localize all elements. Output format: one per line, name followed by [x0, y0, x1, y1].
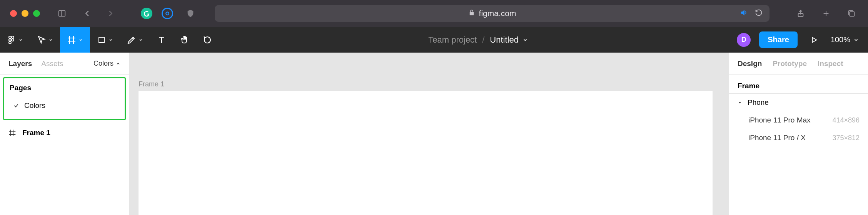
figma-toolbar: Team project / Untitled D Share 100% [0, 27, 868, 53]
share-label: Share [768, 35, 789, 44]
address-bar[interactable]: figma.com [215, 5, 770, 22]
right-panel-tabs: Design Prototype Inspect [729, 53, 868, 75]
chevron-up-icon [116, 61, 120, 66]
preset-dims: 375×812 [832, 134, 860, 142]
svg-marker-19 [812, 37, 816, 42]
frame-preset-iphone-11-pro-max[interactable]: iPhone 11 Pro Max 414×896 [729, 111, 868, 129]
right-panel: Design Prototype Inspect Frame Phone iPh… [729, 53, 868, 215]
svg-point-7 [9, 36, 11, 38]
window-controls [10, 10, 40, 17]
canvas[interactable]: Frame 1 [129, 53, 729, 215]
layer-item-label: Frame 1 [22, 129, 50, 137]
zoom-value: 100% [831, 35, 850, 44]
breadcrumb: Team project / Untitled [219, 35, 737, 45]
sidebar-toggle-icon[interactable] [54, 5, 70, 22]
breadcrumb-separator: / [482, 35, 484, 45]
chevron-down-icon [853, 37, 859, 43]
frame-preset-iphone-11-pro-x[interactable]: iPhone 11 Pro / X 375×812 [729, 129, 868, 147]
preset-name: iPhone 11 Pro / X [748, 134, 806, 142]
browser-chrome: figma.com [0, 0, 868, 27]
pen-tool[interactable] [120, 27, 150, 53]
pages-header: Pages [10, 84, 119, 92]
chevron-down-icon [522, 37, 528, 43]
svg-point-8 [12, 36, 14, 38]
lock-icon [468, 9, 475, 18]
move-tool[interactable] [30, 27, 60, 53]
grammarly-extension-icon[interactable] [141, 8, 152, 19]
address-bar-domain: figma.com [479, 9, 516, 18]
frame-label[interactable]: Frame 1 [139, 80, 164, 88]
maximize-window-button[interactable] [33, 10, 40, 17]
nav-arrows [79, 5, 119, 22]
tabs-overview-icon[interactable] [843, 5, 860, 22]
share-button[interactable]: Share [759, 31, 798, 48]
toolbar-right: D Share 100% [737, 31, 868, 48]
frame-category-phone[interactable]: Phone [729, 94, 868, 111]
comment-tool[interactable] [196, 27, 219, 53]
pages-section: Pages Colors [3, 77, 126, 120]
frame-section-header: Frame [729, 75, 868, 94]
layers-list: Frame 1 [0, 120, 129, 137]
breadcrumb-team[interactable]: Team project [428, 35, 477, 45]
svg-rect-0 [59, 11, 65, 17]
new-tab-icon[interactable] [818, 5, 834, 22]
preset-dims: 414×896 [832, 116, 860, 124]
check-icon [13, 103, 19, 108]
svg-marker-26 [739, 102, 741, 104]
onepassword-extension-icon[interactable] [162, 8, 173, 19]
frame-rect[interactable] [139, 91, 713, 215]
browser-right-controls [793, 5, 860, 22]
forward-button[interactable] [102, 5, 119, 22]
tab-layers[interactable]: Layers [8, 60, 32, 68]
sound-icon[interactable] [739, 8, 748, 18]
tab-design[interactable]: Design [738, 60, 762, 68]
breadcrumb-doc[interactable]: Untitled [490, 35, 528, 45]
preset-name: iPhone 11 Pro Max [748, 116, 811, 124]
page-item-colors[interactable]: Colors [10, 101, 119, 110]
frame-1[interactable]: Frame 1 [139, 91, 713, 215]
shape-tool[interactable] [90, 27, 120, 53]
layer-item-frame-1[interactable]: Frame 1 [8, 129, 120, 137]
svg-point-2 [166, 12, 169, 15]
left-panel: Layers Assets Colors Pages Colors [0, 53, 129, 215]
page-item-label: Colors [24, 101, 45, 110]
doc-name: Untitled [490, 35, 519, 45]
svg-point-10 [12, 39, 14, 41]
frame-category-label: Phone [748, 98, 769, 107]
main: Layers Assets Colors Pages Colors [0, 53, 868, 215]
page-picker[interactable]: Colors [93, 60, 120, 68]
svg-point-9 [9, 39, 11, 41]
svg-point-11 [9, 41, 11, 44]
present-button[interactable] [806, 32, 822, 48]
page-picker-label: Colors [93, 60, 114, 68]
tab-inspect[interactable]: Inspect [818, 60, 843, 68]
left-panel-tabs: Layers Assets Colors [0, 53, 129, 75]
reload-icon[interactable] [755, 9, 763, 18]
privacy-shield-icon[interactable] [182, 5, 199, 22]
minimize-window-button[interactable] [22, 10, 28, 17]
back-button[interactable] [79, 5, 95, 22]
tab-assets[interactable]: Assets [41, 60, 63, 68]
avatar[interactable]: D [737, 33, 751, 47]
tab-prototype[interactable]: Prototype [773, 60, 807, 68]
figma-menu-button[interactable] [0, 27, 30, 53]
svg-rect-6 [850, 12, 854, 16]
extensions [141, 5, 199, 22]
svg-rect-16 [99, 37, 104, 43]
frame-icon [8, 129, 16, 137]
close-window-button[interactable] [10, 10, 17, 17]
zoom-control[interactable]: 100% [831, 35, 859, 44]
text-tool[interactable] [150, 27, 173, 53]
hand-tool[interactable] [173, 27, 196, 53]
caret-down-icon [738, 98, 744, 107]
avatar-initial: D [741, 36, 746, 44]
frame-tool[interactable] [60, 27, 90, 53]
share-icon[interactable] [793, 5, 809, 22]
